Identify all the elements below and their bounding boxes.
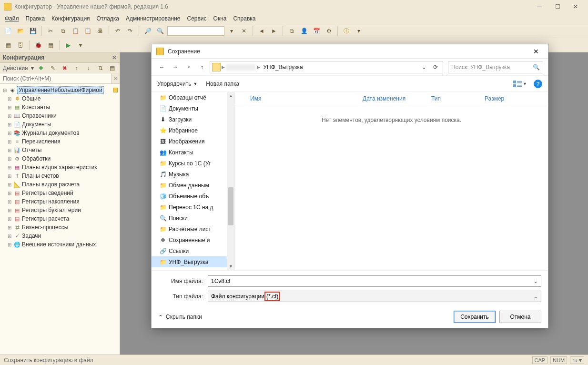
- new-folder-button[interactable]: Новая папка: [206, 81, 239, 87]
- find-icon[interactable]: 🔎: [142, 26, 153, 36]
- add-icon[interactable]: ✚: [37, 63, 46, 73]
- paste-icon[interactable]: 📋: [70, 26, 81, 36]
- debug-icon[interactable]: 🐞: [33, 40, 43, 51]
- expand-icon[interactable]: ⊞: [7, 113, 12, 119]
- filename-input[interactable]: 1Cv8.cf ⌄: [208, 275, 541, 287]
- filename-dropdown-icon[interactable]: ⌄: [531, 277, 540, 285]
- tree-item[interactable]: ⊞▤Регистры бухгалтерии: [0, 206, 120, 214]
- sidebar-item[interactable]: 📁Курсы по 1С (Уг: [152, 158, 234, 169]
- arrow-left-icon[interactable]: ◄: [256, 26, 267, 36]
- sort-icon[interactable]: ⇅: [96, 63, 105, 73]
- tree-item[interactable]: ⊞⇄Бизнес-процессы: [0, 223, 120, 232]
- tree-item[interactable]: ⊞📚Журналы документов: [0, 129, 120, 137]
- arrow-right-icon[interactable]: ►: [269, 26, 279, 36]
- copy-special-icon[interactable]: ⧉: [286, 26, 297, 36]
- collapse-icon[interactable]: ⊟: [2, 88, 8, 93]
- sidebar-item[interactable]: 📁УНФ_Выгрузка: [152, 256, 234, 267]
- up-icon[interactable]: ↑: [72, 63, 81, 73]
- menu-debug[interactable]: Отладка: [97, 15, 119, 22]
- save-button[interactable]: Сохранить: [454, 311, 496, 323]
- settings-icon[interactable]: ⚙: [324, 26, 334, 36]
- breadcrumb-current[interactable]: УНФ_Выгрузка: [261, 64, 304, 71]
- hide-folders-toggle[interactable]: ⌄ Скрыть папки: [158, 314, 202, 320]
- close-button[interactable]: ✕: [567, 1, 584, 12]
- scroll-thumb[interactable]: [228, 187, 233, 225]
- cancel-button[interactable]: Отмена: [499, 311, 541, 323]
- status-lang[interactable]: ru ▾: [570, 356, 584, 364]
- organize-menu[interactable]: Упорядочить ▼: [157, 81, 197, 87]
- menu-service[interactable]: Сервис: [187, 15, 206, 22]
- db-icon[interactable]: 🗄: [15, 40, 26, 51]
- nav-recent-icon[interactable]: ▾: [183, 61, 194, 73]
- dialog-search[interactable]: Поиск: УНФ_Выгрузка 🔍: [448, 61, 543, 73]
- sidebar-item[interactable]: 📁Расчётные лист: [152, 223, 234, 234]
- dropdown-icon[interactable]: ▾: [226, 26, 237, 36]
- help-icon[interactable]: ⓘ: [341, 26, 352, 36]
- dialog-help-button[interactable]: ?: [534, 80, 542, 88]
- run-drop-icon[interactable]: ▾: [75, 40, 86, 51]
- actions-menu[interactable]: Действия: [3, 65, 28, 71]
- find2-icon[interactable]: 🔍: [155, 26, 165, 36]
- column-name[interactable]: Имя: [246, 95, 359, 102]
- sidebar-item[interactable]: 🔍Поиски: [152, 213, 234, 223]
- expand-icon[interactable]: ⊞: [7, 191, 12, 196]
- clear-icon[interactable]: ✕: [239, 26, 249, 36]
- expand-icon[interactable]: ⊞: [7, 148, 12, 153]
- expand-icon[interactable]: ⊞: [7, 139, 12, 144]
- address-dropdown-icon[interactable]: ⌄: [419, 62, 429, 72]
- filetype-dropdown-icon[interactable]: ⌄: [531, 292, 540, 301]
- expand-icon[interactable]: ⊞: [7, 208, 12, 213]
- expand-icon[interactable]: ⊞: [7, 165, 12, 170]
- expand-icon[interactable]: ⊞: [7, 225, 12, 230]
- breadcrumb-blurred[interactable]: [226, 64, 256, 71]
- expand-icon[interactable]: ⊞: [7, 173, 12, 179]
- menu-help[interactable]: Справка: [233, 15, 255, 22]
- tree-item[interactable]: ⊞▦Константы: [0, 103, 120, 112]
- menu-edit[interactable]: Правка: [26, 15, 45, 22]
- sidebar-item[interactable]: ⬇Загрузки: [152, 114, 234, 125]
- tree-item[interactable]: ⊞✵Общие: [0, 94, 120, 103]
- refresh-icon[interactable]: ⟳: [430, 62, 441, 72]
- tree-item[interactable]: ⊞📄Документы: [0, 120, 120, 129]
- open-icon[interactable]: 📂: [15, 26, 26, 36]
- expand-icon[interactable]: ⊞: [7, 105, 12, 110]
- sidebar-item[interactable]: 📁Перенос 1С на д: [152, 202, 234, 213]
- sidebar-item[interactable]: 📁Обмен данным: [152, 180, 234, 191]
- minimize-button[interactable]: ─: [531, 1, 548, 12]
- menu-file[interactable]: Файл: [5, 15, 19, 22]
- sidebar-item[interactable]: 📄Документы: [152, 103, 234, 114]
- scroll-down-icon[interactable]: ▼: [227, 263, 234, 270]
- tree-item[interactable]: ⊞▤Регистры сведений: [0, 189, 120, 197]
- chevron-right-icon[interactable]: ▶: [222, 65, 225, 70]
- column-type[interactable]: Тип: [427, 95, 481, 102]
- sidebar-item[interactable]: 🔗Ссылки: [152, 245, 234, 256]
- tree-item[interactable]: ⊞▤Регистры расчета: [0, 214, 120, 223]
- module-icon[interactable]: ▦: [3, 40, 13, 51]
- address-bar[interactable]: ▶ ▶ УНФ_Выгрузка ⌄ ⟳: [210, 61, 443, 73]
- actions-drop-icon[interactable]: ▾: [31, 65, 34, 71]
- tree-root[interactable]: ⊟ ◈ УправлениеНебольшойФирмой: [0, 86, 120, 94]
- paste2-icon[interactable]: 📋: [82, 26, 93, 36]
- tree-item[interactable]: ⊞🌐Внешние источники данных: [0, 240, 120, 249]
- tree-item[interactable]: ⊞📖Справочники: [0, 112, 120, 120]
- help-drop-icon[interactable]: ▾: [354, 26, 364, 36]
- props-icon[interactable]: ▤: [108, 63, 117, 73]
- expand-icon[interactable]: ⊞: [7, 156, 12, 162]
- column-size[interactable]: Размер: [481, 95, 519, 102]
- chevron-right-icon[interactable]: ▶: [257, 65, 260, 70]
- view-mode-button[interactable]: ▼: [513, 81, 527, 87]
- expand-icon[interactable]: ⊞: [7, 122, 12, 127]
- sidebar-scrollbar[interactable]: ▲ ▼: [227, 92, 234, 270]
- column-date[interactable]: Дата изменения: [359, 95, 427, 102]
- expand-icon[interactable]: ⊞: [7, 216, 12, 222]
- sidebar-item[interactable]: ⭐Избранное: [152, 125, 234, 136]
- tree-item[interactable]: ⊞▤Регистры накопления: [0, 197, 120, 206]
- new-icon[interactable]: 📄: [3, 26, 13, 36]
- sidebar-item[interactable]: 🖼Изображения: [152, 136, 234, 147]
- config-tree[interactable]: ⊟ ◈ УправлениеНебольшойФирмой ⊞✵Общие⊞▦К…: [0, 84, 120, 355]
- down-icon[interactable]: ↓: [84, 63, 93, 73]
- menu-admin[interactable]: Администрирование: [126, 15, 180, 22]
- print-icon[interactable]: 🖶: [95, 26, 105, 36]
- menu-config[interactable]: Конфигурация: [51, 15, 90, 22]
- calendar-icon[interactable]: 📅: [311, 26, 322, 36]
